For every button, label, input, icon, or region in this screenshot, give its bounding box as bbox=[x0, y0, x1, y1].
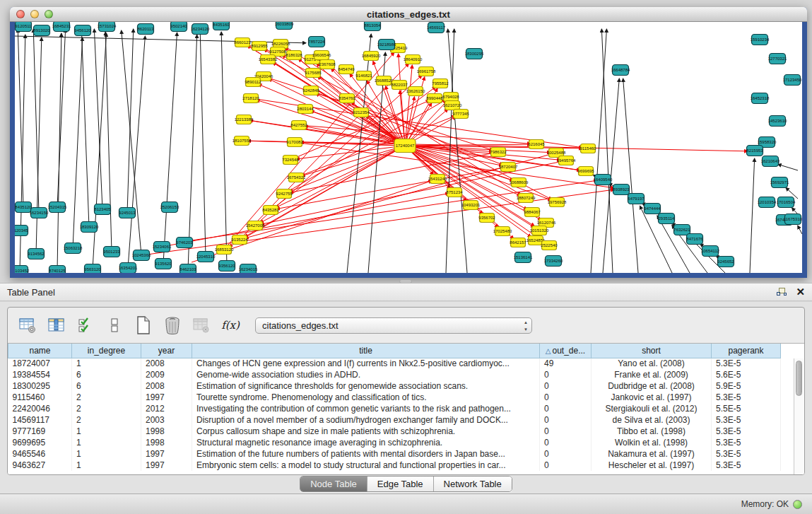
graph-node[interactable]: 16961758 bbox=[417, 67, 436, 76]
function-icon[interactable]: f(x) bbox=[220, 315, 240, 336]
graph-node[interactable]: 16354201 bbox=[119, 263, 138, 274]
graph-node[interactable]: 16754321 bbox=[287, 173, 306, 182]
graph-node[interactable]: 18720407 bbox=[499, 163, 518, 172]
graph-node[interactable]: 9245013 bbox=[119, 208, 136, 218]
window-titlebar[interactable]: citations_edges.txt bbox=[10, 7, 807, 22]
graph-node[interactable]: 10151320 bbox=[530, 226, 549, 235]
graph-node[interactable]: 16845920 bbox=[362, 52, 381, 61]
graph-node[interactable]: 9699695 bbox=[577, 167, 594, 176]
graph-node[interactable]: 8620113 bbox=[138, 24, 155, 35]
graph-node[interactable]: 17240047 bbox=[394, 139, 416, 153]
graph-node[interactable]: 2718120 bbox=[242, 94, 259, 103]
graph-node[interactable]: 9746203 bbox=[176, 238, 193, 248]
graph-node[interactable]: 17123450 bbox=[783, 75, 802, 86]
graph-node[interactable]: 8938923 bbox=[613, 185, 630, 195]
graph-node[interactable]: 8354760 bbox=[339, 94, 355, 103]
graph-node[interactable]: 11675310 bbox=[784, 214, 802, 225]
table-row[interactable]: 946362711997Embryonic stem cells: a mode… bbox=[8, 460, 781, 471]
graph-node[interactable]: 15910234 bbox=[751, 35, 770, 45]
table-row[interactable]: 1456911722003Disruption of a novel membe… bbox=[8, 414, 781, 426]
column-header-year[interactable]: year bbox=[141, 344, 192, 358]
graph-node[interactable]: 8435281 bbox=[262, 206, 279, 215]
graph-node[interactable]: 8427552 bbox=[290, 121, 307, 130]
graph-node[interactable]: 18807249 bbox=[517, 194, 536, 203]
graph-node[interactable]: 8123405 bbox=[94, 204, 111, 215]
graph-node[interactable]: 8912955 bbox=[251, 42, 268, 51]
graph-node[interactable]: 18300295 bbox=[465, 49, 484, 59]
graph-node[interactable]: 25206153 bbox=[160, 202, 180, 213]
graph-node[interactable]: 17334260 bbox=[544, 256, 563, 267]
graph-node[interactable]: 8454749 bbox=[338, 65, 355, 74]
table-vertical-scrollbar[interactable] bbox=[794, 358, 804, 474]
graph-node[interactable]: 16648784 bbox=[611, 65, 630, 76]
graph-node[interactable]: 6794028 bbox=[442, 93, 459, 102]
table-row[interactable]: 2242004622012Investigating the contribut… bbox=[8, 403, 781, 414]
graph-node[interactable]: 15136141 bbox=[514, 252, 533, 263]
graph-node[interactable]: 16543382 bbox=[259, 55, 278, 64]
graph-node[interactable]: 9356702 bbox=[478, 214, 495, 223]
scrollbar-thumb[interactable] bbox=[796, 361, 802, 396]
graph-node[interactable]: 9245652 bbox=[717, 257, 734, 267]
graph-node[interactable]: 16210643 bbox=[761, 156, 780, 167]
graph-node[interactable]: 15204315 bbox=[48, 202, 67, 213]
graph-node[interactable]: 19495764 bbox=[557, 156, 576, 165]
table-row[interactable]: 1872400712008Changes of HCN gene express… bbox=[8, 358, 781, 369]
column-header-in_degree[interactable]: in_degree bbox=[72, 344, 141, 358]
graph-node[interactable]: 16853120 bbox=[215, 245, 234, 255]
graph-node[interactable]: 16234015 bbox=[239, 264, 258, 274]
graph-node[interactable]: 2367608 bbox=[319, 60, 336, 69]
graph-node[interactable]: 9777345 bbox=[452, 110, 469, 119]
graph-node[interactable]: 2522540 bbox=[541, 241, 558, 250]
tab-node-table[interactable]: Node Table bbox=[300, 477, 367, 491]
graph-node[interactable]: 8642157 bbox=[510, 238, 526, 247]
graph-node[interactable]: 8913020 bbox=[33, 25, 50, 36]
graph-node[interactable]: 8813054 bbox=[364, 22, 381, 31]
graph-node[interactable]: 7986322 bbox=[490, 148, 507, 157]
graph-node[interactable]: 12010354 bbox=[758, 197, 777, 208]
column-header-out_de[interactable]: △out_de... bbox=[540, 344, 592, 358]
graph-node[interactable]: 15431240 bbox=[428, 175, 447, 184]
graph-node[interactable]: 9134562 bbox=[28, 249, 45, 259]
network-canvas[interactable]: 8660123891295518226058912750816543382818… bbox=[15, 22, 802, 273]
graph-node[interactable]: 14523610 bbox=[768, 116, 787, 127]
graph-node[interactable]: 19606546 bbox=[312, 51, 331, 60]
graph-node[interactable]: 9242848 bbox=[302, 86, 319, 95]
graph-node[interactable]: 16033809 bbox=[275, 22, 294, 30]
graph-node[interactable]: 12045310 bbox=[196, 252, 216, 262]
graph-node[interactable]: 15692971 bbox=[770, 177, 789, 188]
table-select-dropdown[interactable]: citations_edges.txt ▲▼ bbox=[255, 317, 532, 334]
graph-node[interactable]: 15234061 bbox=[153, 242, 172, 252]
graph-node[interactable]: 6216045 bbox=[528, 140, 545, 149]
graph-node[interactable]: 9884067 bbox=[524, 208, 541, 217]
graph-node[interactable]: 19218986 bbox=[377, 40, 396, 50]
graph-node[interactable]: 9212354 bbox=[353, 108, 370, 117]
graph-node[interactable]: 16234150 bbox=[30, 208, 49, 218]
graph-node[interactable]: 9120511 bbox=[16, 22, 33, 32]
graph-node[interactable]: 6479197 bbox=[628, 194, 645, 204]
graph-node[interactable]: 9175685 bbox=[305, 69, 322, 78]
graph-node[interactable]: 15063218 bbox=[64, 243, 83, 254]
table-row[interactable]: 969969511998Structural magnetic resonanc… bbox=[8, 437, 781, 448]
column-header-title[interactable]: title bbox=[192, 344, 540, 358]
graph-node[interactable]: 9356120 bbox=[218, 261, 235, 271]
graph-node[interactable]: 18309120 bbox=[80, 222, 99, 233]
graph-node[interactable]: 8435160 bbox=[213, 22, 230, 30]
graph-node[interactable]: 9120345 bbox=[15, 226, 28, 236]
graph-node[interactable]: 12213389 bbox=[235, 115, 254, 124]
float-panel-icon[interactable] bbox=[776, 286, 787, 298]
graph-node[interactable]: 15731024 bbox=[98, 22, 117, 32]
graph-node[interactable]: 9115460 bbox=[580, 144, 597, 153]
graph-node[interactable]: 8660123 bbox=[234, 38, 251, 47]
graph-node[interactable]: 9242755 bbox=[276, 189, 293, 199]
graph-node[interactable]: 9502140 bbox=[170, 22, 187, 32]
checklist-icon[interactable] bbox=[76, 315, 95, 336]
table-row[interactable]: 1830029562008Estimation of significance … bbox=[8, 380, 781, 392]
graph-node[interactable]: 8740125 bbox=[49, 266, 66, 274]
graph-node[interactable]: 8471676 bbox=[686, 234, 703, 245]
table-row[interactable]: 977716911998Corpus callosum shape and si… bbox=[8, 426, 781, 437]
graph-node[interactable]: 9501233 bbox=[103, 247, 120, 257]
graph-node[interactable]: 9474444 bbox=[644, 204, 661, 214]
table-row[interactable]: 911546021997Tourette syndrome. Phenomeno… bbox=[8, 392, 781, 403]
tab-network-table[interactable]: Network Table bbox=[434, 477, 512, 491]
graph-node[interactable]: 10245360 bbox=[132, 250, 151, 261]
